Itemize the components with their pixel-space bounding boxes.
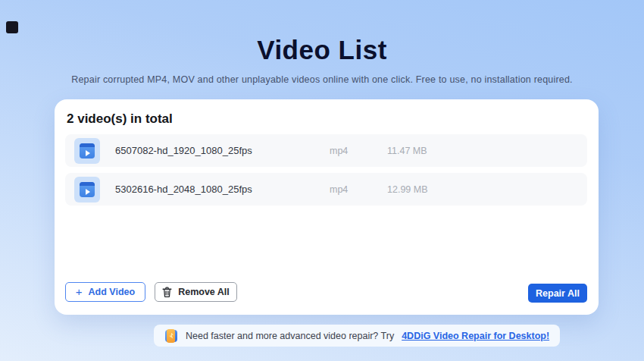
add-video-label: Add Video [89, 287, 136, 297]
desktop-download-link[interactable]: 4DDiG Video Repair for Desktop! [402, 331, 549, 341]
video-filename: 5302616-hd_2048_1080_25fps [115, 184, 330, 195]
remove-all-button[interactable]: Remove All [155, 282, 237, 302]
corner-mark [6, 21, 18, 33]
repair-all-label: Repair All [536, 288, 580, 299]
add-video-button[interactable]: + Add Video [65, 282, 145, 302]
plus-icon: + [76, 286, 83, 297]
video-size: 12.99 MB [387, 184, 428, 195]
trash-icon [162, 287, 172, 297]
repair-all-button[interactable]: Repair All [528, 284, 587, 303]
video-list-card: 2 video(s) in total 6507082-hd_1920_1080… [55, 99, 599, 315]
4ddig-app-icon [164, 329, 178, 343]
video-rows: 6507082-hd_1920_1080_25fps mp4 11.47 MB … [65, 134, 587, 212]
video-row[interactable]: 5302616-hd_2048_1080_25fps mp4 12.99 MB [65, 173, 587, 206]
promo-text: Need faster and more advanced video repa… [186, 331, 394, 341]
video-file-icon [74, 177, 100, 202]
video-row[interactable]: 6507082-hd_1920_1080_25fps mp4 11.47 MB [65, 134, 587, 167]
video-file-icon [74, 138, 100, 164]
page-title: Video List [0, 35, 644, 65]
video-format: mp4 [330, 184, 387, 195]
video-count-label: 2 video(s) in total [67, 111, 173, 127]
remove-all-label: Remove All [178, 287, 230, 297]
video-format: mp4 [330, 146, 387, 156]
video-size: 11.47 MB [387, 146, 427, 156]
video-filename: 6507082-hd_1920_1080_25fps [115, 145, 330, 156]
desktop-promo-banner: Need faster and more advanced video repa… [154, 325, 560, 347]
page-subtitle: Repair corrupted MP4, MOV and other unpl… [0, 74, 644, 85]
